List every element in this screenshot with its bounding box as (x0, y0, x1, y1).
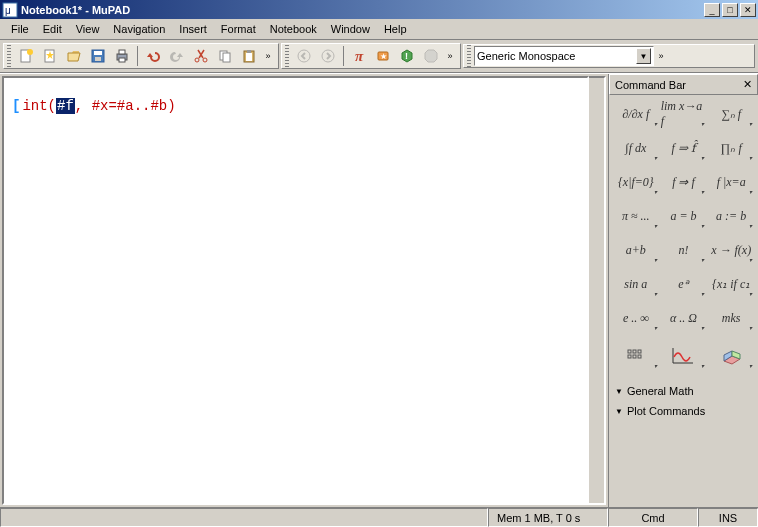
svg-rect-29 (633, 355, 636, 358)
svg-point-4 (27, 49, 33, 55)
maximize-button[interactable]: □ (722, 3, 738, 17)
stop-button[interactable] (419, 44, 443, 68)
new-star-button[interactable] (38, 44, 62, 68)
toolbar-overflow-button[interactable]: » (443, 51, 457, 61)
svg-rect-9 (95, 57, 101, 61)
palette-area: ∂/∂x f lim x→a f ∑ₙ f ∫f dx f ⇒ f̂ ∏ₙ f … (609, 95, 758, 507)
vertical-scrollbar[interactable] (589, 76, 606, 505)
pal-pi-approx[interactable]: π ≈ ... (613, 203, 659, 229)
pal-exp[interactable]: eᵃ (661, 271, 707, 297)
pal-matrix-icon[interactable] (613, 343, 659, 369)
code-line: [ int(#f, #x=#a..#b) (12, 98, 579, 114)
undo-button[interactable] (141, 44, 165, 68)
pal-assign[interactable]: a := b (708, 203, 754, 229)
nav-toolbar: π ★ ! » (281, 43, 461, 69)
window-controls: _ □ ✕ (704, 3, 756, 17)
chevron-down-icon: ▼ (615, 407, 623, 416)
redo-button[interactable] (165, 44, 189, 68)
forward-button[interactable] (316, 44, 340, 68)
pal-equal[interactable]: a = b (661, 203, 707, 229)
menu-edit[interactable]: Edit (36, 21, 69, 37)
menu-navigation[interactable]: Navigation (106, 21, 172, 37)
pal-sin[interactable]: sin a (613, 271, 659, 297)
svg-rect-28 (628, 355, 631, 358)
svg-rect-11 (119, 50, 125, 54)
pal-greek[interactable]: α .. Ω (661, 305, 707, 331)
new-notebook-button[interactable] (14, 44, 38, 68)
pal-solve-set[interactable]: {x|f=0} (613, 169, 659, 195)
command-bar-panel: Command Bar ✕ ∂/∂x f lim x→a f ∑ₙ f ∫f d… (608, 74, 758, 507)
pal-map[interactable]: x → f(x) (708, 237, 754, 263)
standard-toolbar: » (3, 43, 279, 69)
font-family-dropdown[interactable]: Generic Monospace ▼ (474, 46, 654, 66)
menu-window[interactable]: Window (324, 21, 377, 37)
svg-text:μ: μ (5, 5, 11, 16)
svg-point-14 (203, 58, 207, 62)
menu-notebook[interactable]: Notebook (263, 21, 324, 37)
section-general-math[interactable]: ▼ General Math (613, 381, 754, 401)
copy-button[interactable] (213, 44, 237, 68)
close-button[interactable]: ✕ (740, 3, 756, 17)
minimize-button[interactable]: _ (704, 3, 720, 17)
section-plot-commands[interactable]: ▼ Plot Commands (613, 401, 754, 421)
svg-text:!: ! (405, 51, 408, 61)
help-button[interactable]: ! (395, 44, 419, 68)
close-panel-button[interactable]: ✕ (743, 78, 752, 91)
chevron-down-icon: ▼ (615, 387, 623, 396)
pal-transform[interactable]: f ⇒ f̂ (661, 135, 707, 161)
pal-factorial[interactable]: n! (661, 237, 707, 263)
toolbar-row: » π ★ ! » Generic Monospace ▼ » (0, 40, 758, 73)
pal-derivative[interactable]: ∂/∂x f (613, 101, 659, 127)
input-bracket-icon: [ (12, 98, 20, 114)
pal-plot3d-icon[interactable] (708, 343, 754, 369)
pal-sum[interactable]: ∑ₙ f (708, 101, 754, 127)
save-button[interactable] (86, 44, 110, 68)
evaluate-button[interactable]: ★ (371, 44, 395, 68)
pal-piecewise[interactable]: {x₁ if c₁ (708, 271, 754, 297)
toolbar-grip-icon[interactable] (285, 45, 289, 67)
back-button[interactable] (292, 44, 316, 68)
pal-plot2d-icon[interactable] (661, 343, 707, 369)
pal-add[interactable]: a+b (613, 237, 659, 263)
pi-button[interactable]: π (347, 44, 371, 68)
menu-bar: File Edit View Navigation Insert Format … (0, 19, 758, 40)
svg-rect-25 (628, 350, 631, 353)
toolbar-overflow-button[interactable]: » (261, 51, 275, 61)
menu-insert[interactable]: Insert (172, 21, 214, 37)
status-spacer (0, 508, 488, 527)
toolbar-grip-icon[interactable] (467, 45, 471, 67)
toolbar-overflow-button[interactable]: » (654, 51, 668, 61)
menu-format[interactable]: Format (214, 21, 263, 37)
status-ins: INS (698, 508, 758, 527)
svg-rect-26 (633, 350, 636, 353)
separator-icon (343, 46, 344, 66)
pal-units[interactable]: mks (708, 305, 754, 331)
code-text: int( (22, 98, 56, 114)
section-label: General Math (627, 385, 694, 397)
command-bar-title: Command Bar (615, 79, 686, 91)
print-button[interactable] (110, 44, 134, 68)
pal-integral[interactable]: ∫f dx (613, 135, 659, 161)
pal-range[interactable]: e .. ∞ (613, 305, 659, 331)
pal-subs[interactable]: f |x=a (708, 169, 754, 195)
code-editor[interactable]: [ int(#f, #x=#a..#b) (2, 76, 589, 505)
code-selection: #f (56, 98, 75, 114)
palette-icon-grid (613, 343, 754, 369)
menu-view[interactable]: View (69, 21, 107, 37)
svg-text:★: ★ (380, 52, 387, 61)
editor-pane: [ int(#f, #x=#a..#b) (0, 74, 608, 507)
svg-rect-16 (223, 53, 230, 62)
cut-button[interactable] (189, 44, 213, 68)
command-bar-header: Command Bar ✕ (609, 74, 758, 95)
toolbar-grip-icon[interactable] (7, 45, 11, 67)
palette-grid: ∂/∂x f lim x→a f ∑ₙ f ∫f dx f ⇒ f̂ ∏ₙ f … (613, 101, 754, 331)
menu-file[interactable]: File (4, 21, 36, 37)
paste-button[interactable] (237, 44, 261, 68)
app-icon: μ (2, 2, 18, 18)
pal-limit[interactable]: lim x→a f (661, 101, 707, 127)
open-button[interactable] (62, 44, 86, 68)
pal-implies[interactable]: f ⇒ f (661, 169, 707, 195)
font-value: Generic Monospace (477, 50, 575, 62)
pal-product[interactable]: ∏ₙ f (708, 135, 754, 161)
menu-help[interactable]: Help (377, 21, 414, 37)
